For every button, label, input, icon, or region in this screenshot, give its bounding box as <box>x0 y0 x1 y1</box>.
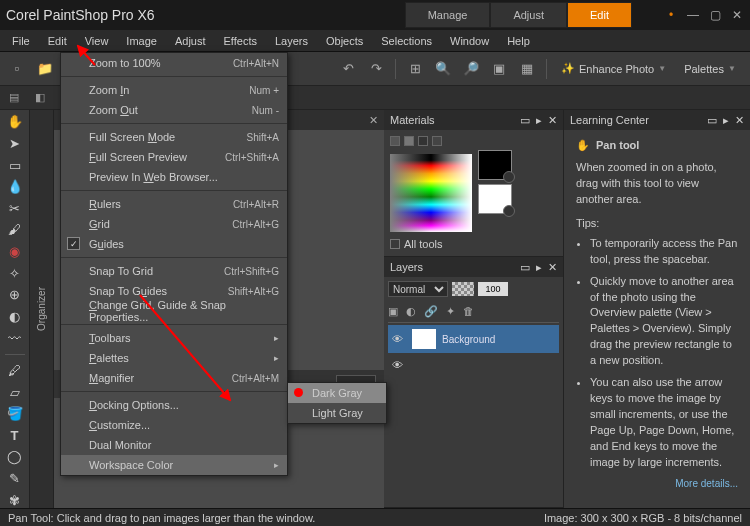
menu-selections[interactable]: Selections <box>373 32 440 50</box>
menu-window[interactable]: Window <box>442 32 497 50</box>
shape-tool-icon[interactable]: ◯ <box>5 449 25 465</box>
fx-layer-icon[interactable]: ✦ <box>446 305 455 318</box>
learning-title: Learning Center <box>570 114 649 126</box>
open-icon[interactable]: 📁 <box>34 58 56 80</box>
menu-item[interactable]: Palettes▸ <box>61 348 287 368</box>
user-icon[interactable]: • <box>664 8 678 22</box>
foreground-swatch[interactable] <box>478 150 512 180</box>
tab-swatch1[interactable] <box>390 136 400 146</box>
workspace-light-gray[interactable]: Light Gray <box>288 403 386 423</box>
brush-tool-icon[interactable]: 🖌 <box>5 222 25 238</box>
menu-image[interactable]: Image <box>118 32 165 50</box>
lighten-tool-icon[interactable]: ◐ <box>5 309 25 325</box>
right-panels: Materials ▭▸✕ <box>384 110 750 508</box>
tab-swatch2[interactable] <box>404 136 414 146</box>
learning-panel: Learning Center ▭▸✕ ✋Pan tool When zoome… <box>564 110 750 508</box>
fit-icon[interactable]: ▣ <box>488 58 510 80</box>
all-tools-checkbox[interactable]: All tools <box>390 238 557 250</box>
smudge-tool-icon[interactable]: 〰 <box>5 330 25 346</box>
presets-icon[interactable]: ▤ <box>6 90 22 106</box>
link-icon[interactable]: 🔗 <box>424 305 438 318</box>
menu-item[interactable]: GridCtrl+Alt+G <box>61 214 287 234</box>
workspace-dark-gray[interactable]: Dark Gray <box>288 383 386 403</box>
crop-tool-icon[interactable]: ✂ <box>5 201 25 217</box>
menu-view[interactable]: View <box>77 32 117 50</box>
enhance-photo-dropdown[interactable]: ✨ Enhance Photo ▼ <box>555 60 672 77</box>
opacity-value[interactable]: 100 <box>478 282 508 296</box>
mask-icon[interactable]: ◐ <box>406 305 416 318</box>
menu-item[interactable]: Full Screen PreviewCtrl+Shift+A <box>61 147 287 167</box>
menu-item[interactable]: ✓Guides <box>61 234 287 254</box>
menu-objects[interactable]: Objects <box>318 32 371 50</box>
menu-item[interactable]: Preview In Web Browser... <box>61 167 287 187</box>
menu-item[interactable]: Change Grid, Guide & Snap Properties... <box>61 301 287 321</box>
menu-adjust[interactable]: Adjust <box>167 32 214 50</box>
panel-close-icon[interactable]: ✕ <box>548 114 557 127</box>
pointer-tool-icon[interactable]: ➤ <box>5 136 25 152</box>
color-spectrum[interactable] <box>390 154 472 232</box>
menu-item[interactable]: Customize... <box>61 415 287 435</box>
clone-tool-icon[interactable]: ⊕ <box>5 287 25 303</box>
menu-item[interactable]: Snap To GuidesShift+Alt+G <box>61 281 287 301</box>
menu-item[interactable]: Zoom OutNum - <box>61 100 287 120</box>
delete-layer-icon[interactable]: 🗑 <box>463 305 474 318</box>
pen-tool-icon[interactable]: ✎ <box>5 471 25 487</box>
layer-row[interactable]: 👁 Background <box>388 325 559 353</box>
makeover-tool-icon[interactable]: ✧ <box>5 265 25 281</box>
panel-undock-icon[interactable]: ▭ <box>520 114 530 127</box>
pan-tool-icon[interactable]: ✋ <box>5 114 25 130</box>
zoom-in-icon[interactable]: 🔍 <box>432 58 454 80</box>
text-tool-icon[interactable]: T <box>5 428 25 444</box>
tab-swatch4[interactable] <box>432 136 442 146</box>
menu-item[interactable]: Toolbars▸ <box>61 328 287 348</box>
menu-item[interactable]: Workspace Color▸ <box>61 455 287 475</box>
redeye-tool-icon[interactable]: ◉ <box>5 244 25 260</box>
maximize-button[interactable]: ▢ <box>708 8 722 22</box>
menu-help[interactable]: Help <box>499 32 538 50</box>
menu-item[interactable]: Docking Options... <box>61 395 287 415</box>
menu-file[interactable]: File <box>4 32 38 50</box>
panel-undock-icon[interactable]: ▭ <box>520 261 530 274</box>
dropper-tool-icon[interactable]: 💧 <box>5 179 25 195</box>
panel-undock-icon[interactable]: ▭ <box>707 114 717 127</box>
new-layer-icon[interactable]: ▣ <box>388 305 398 318</box>
option-icon[interactable]: ◧ <box>32 90 48 106</box>
close-button[interactable]: ✕ <box>730 8 744 22</box>
tab-adjust[interactable]: Adjust <box>490 2 567 28</box>
panel-menu-icon[interactable]: ▸ <box>536 261 542 274</box>
menu-item[interactable]: RulersCtrl+Alt+R <box>61 194 287 214</box>
art-tool-icon[interactable]: ✾ <box>5 492 25 508</box>
tab-manage[interactable]: Manage <box>405 2 491 28</box>
tab-swatch3[interactable] <box>418 136 428 146</box>
fill-tool-icon[interactable]: 🪣 <box>5 406 25 422</box>
redo-icon[interactable]: ↷ <box>365 58 387 80</box>
selection-tool-icon[interactable]: ▭ <box>5 157 25 173</box>
panel-close-icon[interactable]: ✕ <box>735 114 744 127</box>
layer-name: Background <box>442 334 495 345</box>
panel-menu-icon[interactable]: ▸ <box>536 114 542 127</box>
panel-close-icon[interactable]: ✕ <box>548 261 557 274</box>
visibility-icon[interactable]: 👁 <box>392 333 406 345</box>
paintbrush-tool-icon[interactable]: 🖊 <box>5 363 25 379</box>
blend-mode-select[interactable]: Normal <box>388 281 448 297</box>
palettes-dropdown[interactable]: Palettes ▼ <box>678 61 742 77</box>
panel-menu-icon[interactable]: ▸ <box>723 114 729 127</box>
minimize-button[interactable]: — <box>686 8 700 22</box>
zoom-out-icon[interactable]: 🔎 <box>460 58 482 80</box>
undo-icon[interactable]: ↶ <box>337 58 359 80</box>
menu-effects[interactable]: Effects <box>216 32 265 50</box>
menu-layers[interactable]: Layers <box>267 32 316 50</box>
menu-edit[interactable]: Edit <box>40 32 75 50</box>
more-details-link[interactable]: More details... <box>576 477 738 492</box>
new-icon[interactable]: ▫ <box>6 58 28 80</box>
menu-item[interactable]: MagnifierCtrl+Alt+M <box>61 368 287 388</box>
menu-item[interactable]: Zoom InNum + <box>61 80 287 100</box>
eraser-tool-icon[interactable]: ▱ <box>5 384 25 400</box>
organizer-tab[interactable]: Organizer <box>30 110 54 508</box>
menu-item[interactable]: Full Screen ModeShift+A <box>61 127 287 147</box>
close-doc-icon[interactable]: ✕ <box>369 114 378 127</box>
background-swatch[interactable] <box>478 184 512 214</box>
actual-icon[interactable]: ▦ <box>516 58 538 80</box>
resize-icon[interactable]: ⊞ <box>404 58 426 80</box>
tab-edit[interactable]: Edit <box>567 2 632 28</box>
